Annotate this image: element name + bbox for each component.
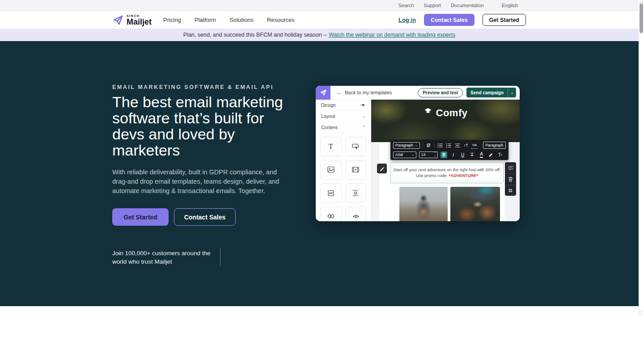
- back-arrow-icon: ←: [337, 90, 342, 95]
- clear-formatting-button[interactable]: Tx: [497, 152, 504, 158]
- stepper-down-icon[interactable]: ⌄: [434, 155, 436, 157]
- page-title: The best email marketing software that’s…: [112, 94, 283, 158]
- page: Search Support Documentation English SIN…: [0, 0, 644, 362]
- nav-item-pricing[interactable]: Pricing: [163, 17, 181, 23]
- editor-logo-square[interactable]: [316, 86, 330, 100]
- scrollbar-track: [639, 0, 644, 362]
- preview-and-test-button[interactable]: Preview and test: [418, 88, 463, 97]
- code-block-tile[interactable]: </>: [345, 206, 367, 221]
- back-to-templates-button[interactable]: ← Back to my templates: [337, 90, 392, 95]
- title-line: The best email marketing: [112, 94, 283, 110]
- chevron-up-icon: ⌃: [362, 125, 365, 130]
- image-block-tile[interactable]: [320, 160, 342, 180]
- paper-plane-icon: [320, 89, 327, 96]
- title-line: marketers: [112, 142, 283, 158]
- promo-code: *ADVENTURE*: [449, 173, 478, 178]
- nav-item-resources[interactable]: Resources: [267, 17, 295, 23]
- social-proof-text: Join 100,000+ customers around the world…: [112, 249, 211, 266]
- vertical-divider: [220, 248, 220, 266]
- scrollbar-thumb[interactable]: [640, 4, 643, 33]
- social-block-tile[interactable]: [320, 206, 342, 221]
- text-block-icon: T: [329, 142, 333, 151]
- comment-button[interactable]: [505, 162, 516, 173]
- login-link[interactable]: Log in: [398, 17, 416, 23]
- language-selector[interactable]: English: [502, 3, 518, 8]
- email-editor-screenshot: ← Back to my templates Preview and test …: [316, 86, 520, 221]
- hero-get-started-button[interactable]: Get Started: [112, 208, 169, 226]
- code-block-icon: </>: [353, 214, 359, 219]
- email-image-boots[interactable]: [450, 187, 500, 221]
- section-block-tile[interactable]: [320, 183, 342, 203]
- duplicate-button[interactable]: ⧉: [505, 185, 516, 196]
- editor-canvas-area: Comfy Paragraph ⌄ Ø: [371, 100, 520, 221]
- button-block-tile[interactable]: [345, 137, 367, 156]
- nav-item-platform[interactable]: Platform: [195, 17, 216, 23]
- email-copy-line: Start off your next adventure on the rig…: [394, 168, 501, 173]
- font-family-select[interactable]: Arial ⌄: [393, 152, 416, 158]
- template-brand-name: Comfy: [436, 107, 468, 119]
- below-fold-section: [0, 306, 639, 362]
- align-icon[interactable]: [454, 142, 460, 149]
- duplicate-icon: ⧉: [509, 188, 513, 193]
- bullet-list-icon[interactable]: [437, 142, 443, 149]
- selected-text-block[interactable]: Start off your next adventure on the rig…: [390, 163, 504, 183]
- nav-get-started-button[interactable]: Get Started: [483, 14, 526, 26]
- italic-button[interactable]: I: [450, 152, 457, 158]
- description-line: drag-and drop email templates, teams des…: [112, 177, 279, 186]
- announcement-text: Plan, send, and succeed this BFCM and ho…: [183, 32, 326, 38]
- spacer-block-icon: [352, 189, 360, 197]
- design-settings-icon: [360, 103, 365, 107]
- bold-button[interactable]: B: [441, 152, 447, 158]
- template-header-image[interactable]: Comfy: [371, 100, 520, 142]
- nav-item-solutions[interactable]: Solutions: [229, 17, 253, 23]
- delete-button[interactable]: [505, 173, 516, 185]
- tshirt-icon: [424, 107, 432, 116]
- hero-contact-sales-button[interactable]: Contact Sales: [174, 208, 236, 226]
- utility-link-search[interactable]: Search: [398, 3, 414, 8]
- pencil-icon: [380, 166, 385, 171]
- brand-name: Mailjet: [127, 18, 152, 26]
- video-block-tile[interactable]: [345, 160, 367, 180]
- spacer-block-tile[interactable]: [345, 183, 367, 203]
- paragraph-style-select[interactable]: Paragraph ⌄: [393, 142, 420, 149]
- strikethrough-button[interactable]: T: [469, 152, 475, 158]
- chevron-down-icon[interactable]: ⌄: [508, 91, 516, 95]
- announcement-bar: Plan, send, and succeed this BFCM and ho…: [0, 29, 639, 41]
- utility-link-documentation[interactable]: Documentation: [451, 3, 484, 8]
- font-color-button[interactable]: A: [478, 152, 485, 158]
- link-icon[interactable]: Ø: [425, 142, 431, 149]
- hero-description: With reliable deliverability, built in G…: [112, 168, 279, 196]
- nav-links: Pricing Platform Solutions Resources: [163, 17, 295, 23]
- description-line: With reliable deliverability, built in G…: [112, 168, 279, 177]
- utility-link-support[interactable]: Support: [424, 3, 441, 8]
- block-type-label[interactable]: Paragraph: [483, 142, 506, 149]
- sidebar-section-design[interactable]: Design: [316, 100, 371, 111]
- email-image-backpacker[interactable]: [399, 187, 448, 221]
- image-block-icon: [327, 166, 335, 174]
- highlight-pen-icon[interactable]: [487, 152, 494, 158]
- sidebar-section-content[interactable]: Content ⌃: [316, 122, 371, 133]
- line-height-icon[interactable]: ↕T: [463, 142, 469, 149]
- title-line: software that’s built for: [112, 110, 283, 126]
- edit-block-button[interactable]: [377, 164, 387, 173]
- utility-bar: Search Support Documentation English: [0, 0, 639, 11]
- letter-spacing-icon[interactable]: VA: [471, 142, 477, 149]
- underline-button[interactable]: U: [459, 152, 466, 158]
- mailjet-logo[interactable]: SINCH Mailjet: [112, 14, 152, 26]
- nav-contact-sales-button[interactable]: Contact Sales: [424, 14, 475, 26]
- announcement-link[interactable]: Watch the webinar on demand with leading…: [329, 32, 455, 38]
- chevron-down-icon: ⌄: [362, 114, 365, 118]
- font-size-stepper[interactable]: 14 ⌃ ⌄: [419, 152, 438, 158]
- editor-sidebar: Design Layout ⌄ Content: [316, 100, 371, 221]
- title-line: devs and loved by: [112, 126, 283, 142]
- text-block-tile[interactable]: T: [320, 137, 342, 156]
- send-campaign-button[interactable]: Send campaign ⌄: [466, 88, 516, 97]
- main-nav: SINCH Mailjet Pricing Platform Solutions…: [0, 11, 639, 29]
- sidebar-section-layout[interactable]: Layout ⌄: [316, 111, 371, 122]
- numbered-list-icon[interactable]: [446, 142, 452, 149]
- formatting-toolbar: Paragraph ⌄ Ø: [390, 140, 508, 160]
- editor-topbar: ← Back to my templates Preview and test …: [316, 86, 520, 100]
- content-block-grid: T: [316, 133, 371, 221]
- page-edge-mark: [639, 311, 642, 315]
- brand-sinch: SINCH: [127, 14, 152, 17]
